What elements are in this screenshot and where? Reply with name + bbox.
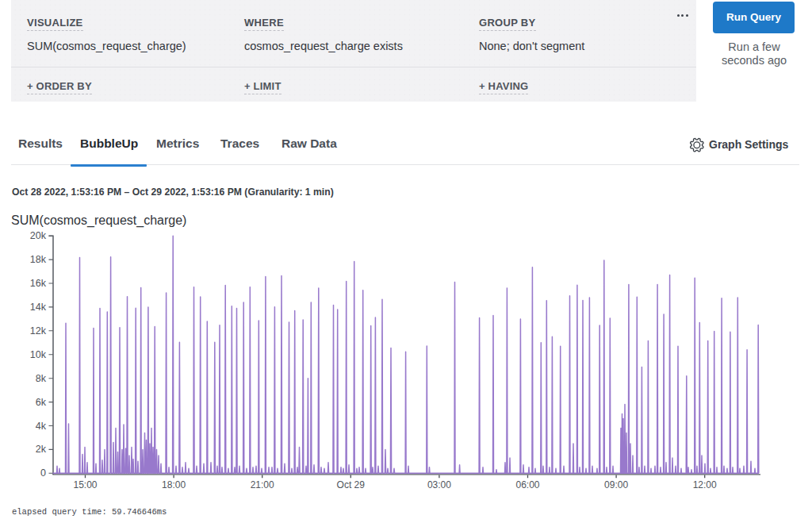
svg-text:6k: 6k: [36, 397, 47, 408]
svg-text:12:00: 12:00: [693, 479, 717, 490]
svg-text:16k: 16k: [30, 278, 47, 289]
svg-text:21:00: 21:00: [251, 479, 274, 490]
svg-text:12k: 12k: [30, 325, 47, 336]
svg-text:0: 0: [40, 467, 46, 479]
svg-text:10k: 10k: [30, 349, 47, 360]
svg-text:Oct 29: Oct 29: [337, 479, 366, 490]
svg-text:14k: 14k: [30, 302, 47, 313]
svg-text:15:00: 15:00: [73, 479, 97, 490]
svg-text:18:00: 18:00: [162, 479, 186, 490]
svg-text:09:00: 09:00: [604, 479, 628, 490]
svg-text:06:00: 06:00: [515, 479, 539, 490]
svg-text:20k: 20k: [30, 230, 47, 241]
svg-text:18k: 18k: [30, 254, 47, 265]
svg-text:8k: 8k: [36, 373, 47, 384]
svg-text:2k: 2k: [36, 444, 47, 455]
svg-text:4k: 4k: [36, 421, 47, 432]
svg-text:03:00: 03:00: [427, 479, 451, 490]
